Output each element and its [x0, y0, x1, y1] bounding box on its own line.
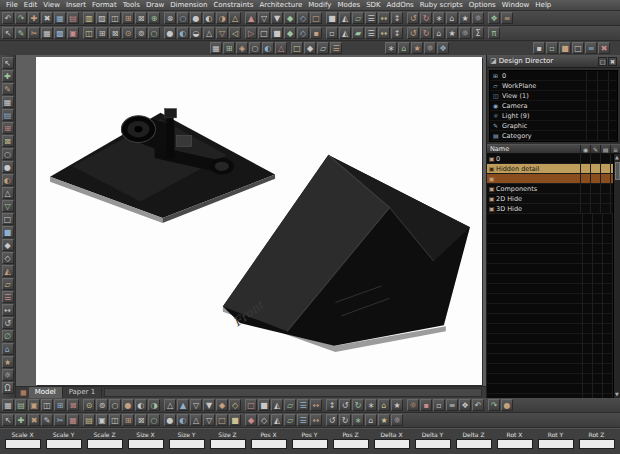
toolbar-icon[interactable]: ▽ — [190, 399, 202, 411]
sheet-tab[interactable]: Model — [29, 387, 63, 398]
toolbar-icon[interactable]: ↻ — [420, 27, 432, 39]
menu-item[interactable]: View — [40, 1, 63, 9]
menu-item[interactable]: Help — [532, 1, 554, 9]
toolbar-icon[interactable]: ☼ — [391, 414, 403, 426]
tool-icon[interactable]: Ω — [2, 382, 14, 394]
toolbar-icon[interactable]: ◭ — [271, 414, 283, 426]
menu-item[interactable]: AddOns — [384, 1, 417, 9]
tree-item[interactable]: ◉ Camera — [490, 101, 617, 111]
toolbar-icon[interactable]: ↺ — [326, 414, 338, 426]
scroll-up-icon[interactable]: ▲ — [615, 154, 619, 161]
status-input[interactable] — [292, 439, 328, 449]
tree-item[interactable]: ◫ View (1) — [490, 91, 617, 101]
status-input[interactable] — [497, 439, 533, 449]
toolbar-icon[interactable]: ⊙ — [122, 27, 134, 39]
status-input[interactable] — [169, 439, 205, 449]
toolbar-icon[interactable]: ☰ — [297, 414, 309, 426]
toolbar-icon[interactable]: ❖ — [437, 42, 449, 54]
menu-item[interactable]: Tools — [120, 1, 143, 9]
toolbar-icon[interactable]: ⊞ — [223, 42, 235, 54]
toolbar-icon[interactable]: ⌂ — [433, 27, 445, 39]
toolbar-icon[interactable]: ★ — [391, 399, 403, 411]
status-input[interactable] — [456, 439, 492, 449]
toolbar-icon[interactable]: ◆ — [304, 42, 316, 54]
layer-attribute-cell[interactable] — [590, 174, 600, 183]
layer-attribute-cell[interactable] — [580, 184, 590, 193]
toolbar-icon[interactable]: ⊞ — [122, 12, 134, 24]
layer-attribute-cell[interactable] — [600, 184, 610, 193]
toolbar-icon[interactable]: ■ — [271, 27, 283, 39]
menu-item[interactable]: Draw — [143, 1, 167, 9]
toolbar-icon[interactable]: ✚ — [15, 414, 27, 426]
toolbar-icon[interactable]: ☰ — [365, 12, 377, 24]
toolbar-icon[interactable]: ▼ — [271, 12, 283, 24]
toolbar-icon[interactable]: ○ — [148, 27, 160, 39]
toolbar-icon[interactable]: ▪ — [310, 27, 322, 39]
toolbar-icon[interactable]: ▦ — [67, 414, 79, 426]
toolbar-icon[interactable]: ○ — [109, 399, 121, 411]
toolbar-icon[interactable]: △ — [203, 27, 215, 39]
toolbar-icon[interactable]: ↕ — [391, 12, 403, 24]
toolbar-icon[interactable]: ↔ — [378, 12, 390, 24]
tool-icon[interactable]: ▱ — [2, 278, 14, 290]
menu-item[interactable]: Modes — [334, 1, 363, 9]
layer-row[interactable]: ▣ 3D Hide — [487, 204, 620, 214]
toolbar-icon[interactable]: □ — [245, 399, 257, 411]
toolbar-icon[interactable]: ▦ — [2, 399, 14, 411]
tool-icon[interactable]: ☼ — [2, 369, 14, 381]
toolbar-icon[interactable]: ● — [122, 399, 134, 411]
sheet-tab[interactable]: Paper 1 — [63, 387, 103, 398]
toolbar-icon[interactable]: ☼ — [407, 399, 419, 411]
status-input[interactable] — [128, 439, 164, 449]
toolbar-icon[interactable]: ↺ — [339, 399, 351, 411]
toolbar-icon[interactable]: △ — [164, 399, 176, 411]
toolbar-icon[interactable]: ▤ — [83, 414, 95, 426]
toolbar-icon[interactable]: ▣ — [67, 27, 79, 39]
toolbar-icon[interactable]: ❖ — [459, 399, 471, 411]
toolbar-icon[interactable]: ● — [190, 12, 202, 24]
status-input[interactable] — [579, 439, 615, 449]
toolbar-icon[interactable]: ◇ — [258, 414, 270, 426]
toolbar-icon[interactable]: ⌂ — [365, 414, 377, 426]
layer-attribute-cell[interactable] — [580, 194, 590, 203]
menu-item[interactable]: Edit — [21, 1, 41, 9]
toolbar-icon[interactable]: ✖ — [598, 42, 610, 54]
toolbar-icon[interactable]: ≡ — [446, 399, 458, 411]
tree-item[interactable]: ☼ Light (9) — [490, 111, 617, 121]
tool-icon[interactable]: ✚ — [2, 70, 14, 82]
tree-item[interactable]: ⊞ 0 — [490, 71, 617, 81]
toolbar-icon[interactable]: ⌂ — [446, 12, 458, 24]
toolbar-icon[interactable]: ▦ — [210, 42, 222, 54]
status-input[interactable] — [251, 439, 287, 449]
toolbar-icon[interactable]: ↻ — [420, 12, 432, 24]
status-input[interactable] — [374, 439, 410, 449]
toolbar-icon[interactable]: ■ — [229, 414, 241, 426]
toolbar-icon[interactable]: ◑ — [148, 399, 160, 411]
layer-attribute-cell[interactable] — [590, 194, 600, 203]
toolbar-icon[interactable]: ● — [501, 399, 513, 411]
toolbar-icon[interactable]: ◑ — [216, 12, 228, 24]
status-input[interactable] — [415, 439, 451, 449]
toolbar-icon[interactable]: ☼ — [459, 27, 471, 39]
toolbar-icon[interactable]: ■ — [326, 12, 338, 24]
menu-item[interactable]: Dimension — [167, 1, 210, 9]
tool-icon[interactable]: ↺ — [2, 317, 14, 329]
toolbar-icon[interactable]: ○ — [177, 12, 189, 24]
toolbar-icon[interactable]: ↖ — [2, 414, 14, 426]
toolbar-icon[interactable]: ☰ — [297, 399, 309, 411]
toolbar-icon[interactable]: ▥ — [83, 12, 95, 24]
layer-attribute-cell[interactable] — [600, 164, 610, 173]
tool-icon[interactable]: □ — [2, 213, 14, 225]
column-header-icon[interactable]: ▤ — [600, 145, 610, 153]
toolbar-icon[interactable]: ⊞ — [122, 414, 134, 426]
layer-attribute-cell[interactable] — [580, 204, 590, 213]
toolbar-icon[interactable]: ∗ — [365, 399, 377, 411]
toolbar-icon[interactable]: ◇ — [229, 399, 241, 411]
panel-title-bar[interactable]: ◪ Design Director □✖ — [487, 55, 620, 68]
toolbar-icon[interactable]: ▰ — [352, 27, 364, 39]
toolbar-icon[interactable]: ▽ — [216, 27, 228, 39]
tool-icon[interactable]: ▦ — [2, 96, 14, 108]
toolbar-icon[interactable]: ◆ — [284, 27, 296, 39]
status-input[interactable] — [538, 439, 574, 449]
toolbar-icon[interactable]: ∗ — [352, 414, 364, 426]
